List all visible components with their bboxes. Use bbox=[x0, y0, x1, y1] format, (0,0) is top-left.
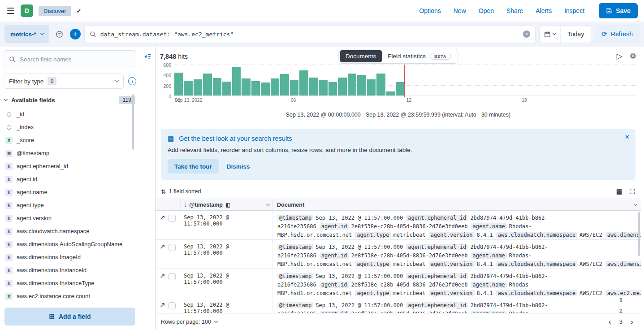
histogram-bar bbox=[271, 78, 279, 96]
field-item[interactable]: kagent.id bbox=[4, 173, 136, 186]
field-type-keyword-icon: k bbox=[5, 189, 13, 196]
expand-document-icon[interactable] bbox=[160, 215, 165, 221]
rows-per-page-button[interactable]: Rows per page: 100 bbox=[161, 319, 217, 325]
next-page-icon[interactable]: › bbox=[628, 317, 635, 326]
field-item[interactable]: #_score bbox=[4, 134, 136, 147]
sorted-fields-button[interactable]: ⇅ 1 field sorted bbox=[161, 188, 201, 195]
row-timestamp: Sep 13, 2022 @ 11:57:00.000 bbox=[181, 211, 273, 239]
field-type-keyword-icon: k bbox=[5, 254, 13, 261]
field-item[interactable]: _id bbox=[4, 108, 136, 121]
histogram-bar bbox=[348, 74, 356, 96]
menu-hamburger-icon[interactable] bbox=[6, 7, 15, 15]
space-avatar[interactable]: D bbox=[21, 4, 33, 17]
nav-link-share[interactable]: Share bbox=[506, 7, 523, 14]
tab-field-statistics[interactable]: Field statistics BETA bbox=[382, 50, 457, 62]
field-name: agent.id bbox=[17, 176, 37, 182]
field-type-keyword-icon: k bbox=[5, 215, 13, 222]
add-field-button[interactable]: ⊞ Add a field bbox=[4, 308, 135, 326]
doc-field-name: agent.ephemeral_id bbox=[406, 273, 468, 279]
nav-link-options[interactable]: Options bbox=[419, 7, 441, 14]
current-time-marker bbox=[404, 65, 405, 97]
histogram-chart[interactable]: 6004002000 00061218Sep 13, 2022 bbox=[156, 63, 641, 109]
field-item[interactable]: kagent.type bbox=[4, 199, 136, 212]
table-row: Sep 13, 2022 @ 11:57:00.000@timestampSep… bbox=[156, 211, 641, 240]
timestamp-column-header[interactable]: ↓ @timestamp ◧︎​ bbox=[181, 199, 273, 210]
filter-by-type-button[interactable]: Filter by type 0 bbox=[4, 74, 124, 89]
field-item[interactable]: kaws.dimensions.InstanceId bbox=[4, 264, 136, 277]
tab-field-statistics-label: Field statistics bbox=[388, 53, 426, 60]
grid-scrollbar[interactable] bbox=[638, 212, 640, 256]
field-list: _id_index#_score▦@timestampkagent.epheme… bbox=[4, 108, 136, 303]
nav-link-new[interactable]: New bbox=[454, 7, 466, 14]
tab-documents[interactable]: Documents bbox=[340, 50, 382, 62]
refresh-button[interactable]: ⟳ Refresh bbox=[595, 25, 640, 43]
history-icon[interactable]: ▷︎​ bbox=[617, 52, 622, 60]
histogram-bar bbox=[367, 79, 376, 96]
histogram-bar bbox=[213, 78, 221, 96]
display-options-icon[interactable]: ▦ bbox=[616, 187, 622, 195]
hits-count: 7,848 bbox=[160, 53, 176, 60]
date-quick-select-button[interactable] bbox=[540, 26, 560, 43]
chevron-down-icon[interactable] bbox=[634, 202, 637, 205]
chevron-down-icon bbox=[553, 31, 556, 35]
histogram-bar bbox=[338, 78, 346, 96]
page-button-4[interactable]: 4 bbox=[616, 327, 626, 330]
saved-query-menu-button[interactable] bbox=[53, 27, 66, 41]
field-item[interactable]: _index bbox=[4, 121, 136, 134]
nav-link-alerts[interactable]: Alerts bbox=[536, 7, 552, 14]
field-item[interactable]: kaws.dimensions.ImageId bbox=[4, 251, 136, 264]
document-column-header[interactable]: Document bbox=[273, 202, 641, 208]
date-range-button[interactable]: Today bbox=[560, 26, 591, 43]
query-text[interactable]: data_stream.dataset: "aws.ec2_metrics" bbox=[100, 31, 519, 38]
field-item[interactable]: kaws.dimensions.InstanceType bbox=[4, 277, 136, 290]
expand-document-icon[interactable] bbox=[160, 244, 165, 250]
take-the-tour-button[interactable]: Take the tour bbox=[168, 159, 219, 174]
row-document: @timestampSep 13, 2022 @ 11:57:00.000age… bbox=[273, 269, 641, 298]
field-item[interactable]: kaws.dimensions.AutoScalingGroupName bbox=[4, 238, 136, 251]
available-fields-header[interactable]: Available fields 119 bbox=[4, 94, 136, 108]
field-item[interactable]: kagent.name bbox=[4, 186, 136, 199]
doc-field-name: agent.name bbox=[471, 223, 507, 230]
field-search[interactable] bbox=[4, 50, 136, 68]
close-icon[interactable]: ✕ bbox=[625, 134, 630, 140]
info-icon[interactable]: i bbox=[128, 77, 136, 85]
nav-link-open[interactable]: Open bbox=[479, 7, 494, 14]
chevron-down-icon[interactable] bbox=[266, 202, 270, 205]
gear-icon[interactable]: ⚙ bbox=[630, 52, 636, 60]
y-tick-label: 400 bbox=[163, 73, 171, 78]
row-checkbox[interactable] bbox=[169, 302, 176, 309]
nav-link-inspect[interactable]: Inspect bbox=[564, 7, 584, 14]
sidebar-scrollbar[interactable] bbox=[132, 94, 134, 150]
data-view-selector[interactable]: metrics-* bbox=[4, 25, 49, 43]
hits-label: hits bbox=[178, 53, 188, 60]
collapse-sidebar-button[interactable] bbox=[144, 53, 151, 61]
doc-field-name: agent.type bbox=[355, 290, 391, 296]
doc-field-name-truncated: aws.dimens… bbox=[605, 261, 641, 267]
chart-plot-area[interactable] bbox=[174, 65, 636, 96]
page-button-3[interactable]: 3 bbox=[616, 317, 626, 327]
expand-document-icon[interactable] bbox=[160, 302, 165, 308]
add-filter-button[interactable]: + bbox=[70, 29, 81, 39]
query-input[interactable]: data_stream.dataset: "aws.ec2_metrics" ✕ bbox=[84, 25, 536, 43]
previous-page-icon[interactable]: ‹ bbox=[606, 317, 614, 326]
save-button[interactable]: Save bbox=[599, 3, 638, 18]
clear-query-icon[interactable]: ✕ bbox=[523, 30, 530, 38]
breadcrumb[interactable]: Discover bbox=[39, 6, 71, 16]
field-name: aws.dimensions.ImageId bbox=[17, 254, 81, 261]
field-item[interactable]: kaws.cloudwatch.namespace bbox=[4, 225, 136, 238]
fullscreen-icon[interactable] bbox=[629, 188, 635, 195]
row-checkbox[interactable] bbox=[169, 273, 176, 280]
field-item[interactable]: kagent.version bbox=[4, 212, 136, 225]
vertical-gridline bbox=[521, 65, 521, 96]
row-checkbox[interactable] bbox=[169, 244, 176, 251]
doc-field-value: 2e8f538e-c28b-405d-8836-2d76e3fd0eeb bbox=[351, 311, 468, 313]
field-search-input[interactable] bbox=[20, 56, 131, 63]
doc-field-name: agent.name bbox=[471, 252, 507, 259]
dismiss-button[interactable]: Dismiss bbox=[227, 163, 250, 170]
field-item[interactable]: ▦@timestamp bbox=[4, 147, 136, 160]
expand-document-icon[interactable] bbox=[160, 273, 165, 279]
field-item[interactable]: #aws.ec2.instance.core.count bbox=[4, 290, 136, 303]
row-checkbox[interactable] bbox=[169, 215, 176, 222]
histogram-bar bbox=[232, 67, 241, 96]
field-item[interactable]: kagent.ephemeral_id bbox=[4, 160, 136, 173]
